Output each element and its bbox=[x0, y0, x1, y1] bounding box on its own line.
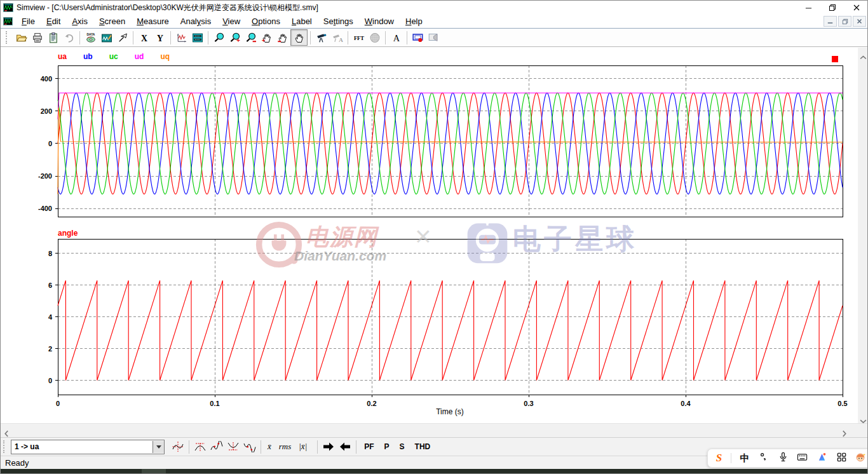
measure-icon[interactable] bbox=[313, 30, 329, 45]
menu-items: FileEditAxisScreenMeasureAnalysisViewOpt… bbox=[16, 15, 428, 27]
y-tick-label: 200 bbox=[41, 107, 52, 115]
global-max-icon[interactable] bbox=[192, 439, 208, 454]
trace-angle bbox=[58, 280, 843, 380]
snapshot-icon[interactable] bbox=[410, 30, 426, 45]
child-minimize-button[interactable] bbox=[824, 16, 837, 27]
simview-app-icon bbox=[3, 3, 13, 13]
menu-item-options[interactable]: Options bbox=[246, 15, 286, 27]
zoom-out-icon[interactable] bbox=[243, 30, 259, 45]
y-tick-label: 0 bbox=[48, 140, 52, 147]
chart-area: 4002000-200-4008642000.10.20.30.40.5Time… bbox=[1, 48, 868, 423]
channel-selector[interactable]: 1 -> ua bbox=[11, 440, 165, 454]
scrollbar-corner bbox=[856, 424, 868, 438]
menu-item-screen[interactable]: Screen bbox=[93, 15, 131, 27]
svg-text:Y: Y bbox=[157, 33, 163, 43]
y-tick-label: 8 bbox=[48, 250, 52, 257]
sogou-logo-icon[interactable]: S bbox=[716, 452, 722, 464]
text-label-icon[interactable]: A bbox=[388, 30, 404, 45]
print-icon[interactable] bbox=[29, 30, 45, 45]
thd-button[interactable]: THD bbox=[410, 442, 436, 451]
horizontal-scrollbar[interactable] bbox=[1, 423, 868, 437]
zoom-icon[interactable] bbox=[211, 30, 227, 45]
prev-page-icon[interactable] bbox=[337, 439, 353, 454]
status-text: Ready bbox=[5, 458, 29, 468]
x-axis-title: Time (s) bbox=[436, 407, 464, 416]
legend-angle-chart: angle bbox=[58, 229, 94, 238]
punctuation-icon[interactable] bbox=[758, 452, 769, 465]
skin-icon[interactable] bbox=[817, 452, 827, 465]
apparent-power-button[interactable]: S bbox=[395, 442, 410, 451]
x-tick-label: 0.3 bbox=[524, 400, 533, 407]
toolbar-grip bbox=[6, 31, 10, 44]
emoji-icon[interactable] bbox=[855, 452, 866, 465]
svg-text:A: A bbox=[393, 32, 400, 43]
window-title: Simview - [C:\Users\Administrator\Deskto… bbox=[17, 3, 318, 13]
local-max-icon[interactable] bbox=[208, 439, 225, 454]
menu-item-window[interactable]: Window bbox=[359, 15, 400, 27]
data-icon[interactable]: DATA bbox=[83, 30, 98, 45]
legend-label-ua: ua bbox=[58, 52, 67, 61]
measure-cursor-icon[interactable] bbox=[170, 439, 186, 454]
legend-label-ub: ub bbox=[83, 52, 93, 61]
child-close-button[interactable] bbox=[853, 16, 866, 27]
pan-zoom-in-icon[interactable]: + bbox=[259, 30, 275, 45]
copy-icon[interactable] bbox=[45, 30, 61, 45]
menu-item-measure[interactable]: Measure bbox=[131, 15, 175, 27]
scroll-down-icon[interactable] bbox=[860, 415, 867, 420]
scroll-right-icon[interactable] bbox=[842, 428, 849, 433]
pan-zoom-out-icon[interactable] bbox=[275, 30, 290, 45]
svg-text:DATA: DATA bbox=[86, 33, 95, 36]
average-abs-button[interactable]: |x̄| bbox=[295, 442, 311, 452]
zoom-in-icon[interactable]: + bbox=[227, 30, 243, 45]
scroll-left-icon[interactable] bbox=[4, 428, 11, 433]
menu-item-edit[interactable]: Edit bbox=[41, 15, 66, 27]
add-curve-icon[interactable] bbox=[98, 30, 114, 45]
select-arrow-icon[interactable] bbox=[114, 30, 130, 45]
open-icon[interactable] bbox=[13, 30, 29, 45]
menu-item-analysis[interactable]: Analysis bbox=[175, 15, 217, 27]
menu-item-label[interactable]: Label bbox=[286, 15, 318, 27]
windows-taskbar[interactable] bbox=[1, 469, 868, 474]
next-page-icon[interactable] bbox=[320, 439, 337, 454]
record-indicator bbox=[832, 56, 838, 62]
snapshot-play-icon bbox=[426, 30, 442, 45]
menu-item-view[interactable]: View bbox=[217, 15, 246, 27]
vertical-scrollbar[interactable] bbox=[858, 48, 868, 423]
legend-label-ud: ud bbox=[135, 52, 144, 61]
scroll-up-icon[interactable] bbox=[860, 51, 867, 56]
average-button[interactable]: x̄ bbox=[264, 442, 275, 452]
chinese-mode-icon[interactable]: 中 bbox=[740, 452, 749, 464]
toolbox-grid-icon[interactable] bbox=[836, 452, 847, 465]
x-tick-label: 0.1 bbox=[210, 400, 219, 407]
close-button[interactable] bbox=[844, 1, 868, 15]
rescale-icon[interactable] bbox=[173, 30, 189, 45]
measure-label-icon: A bbox=[329, 30, 345, 45]
global-min-icon[interactable] bbox=[225, 439, 241, 454]
simview-window: Simview - [C:\Users\Administrator\Deskto… bbox=[0, 0, 868, 474]
child-restore-button[interactable] bbox=[838, 16, 851, 27]
rms-button[interactable]: rms bbox=[275, 442, 295, 452]
channel-selector-value: 1 -> ua bbox=[11, 442, 153, 451]
channel-selector-dropdown-button[interactable] bbox=[153, 441, 164, 453]
undo-icon bbox=[61, 30, 77, 45]
fft-icon[interactable]: FFT bbox=[351, 30, 367, 45]
microphone-icon[interactable] bbox=[778, 452, 789, 465]
menu-item-axis[interactable]: Axis bbox=[66, 15, 93, 27]
x-axis-icon[interactable]: X bbox=[136, 30, 152, 45]
restore-button[interactable] bbox=[820, 1, 844, 15]
measure-toolbar-grip bbox=[3, 440, 7, 453]
menu-item-settings[interactable]: Settings bbox=[318, 15, 359, 27]
real-power-button[interactable]: P bbox=[379, 442, 395, 451]
minimize-button[interactable] bbox=[796, 1, 820, 15]
y-axis-icon[interactable]: Y bbox=[152, 30, 168, 45]
power-factor-button[interactable]: PF bbox=[359, 442, 379, 451]
local-min-icon[interactable] bbox=[241, 439, 258, 454]
svg-text:+: + bbox=[236, 37, 240, 43]
svg-text:FFT: FFT bbox=[353, 35, 363, 41]
split-screen-icon[interactable] bbox=[189, 30, 205, 45]
pan-icon[interactable] bbox=[290, 29, 308, 46]
menu-item-file[interactable]: File bbox=[16, 15, 41, 27]
soft-keyboard-icon[interactable] bbox=[797, 452, 808, 465]
menu-item-help[interactable]: Help bbox=[400, 15, 428, 27]
y-tick-label: 2 bbox=[48, 345, 52, 353]
